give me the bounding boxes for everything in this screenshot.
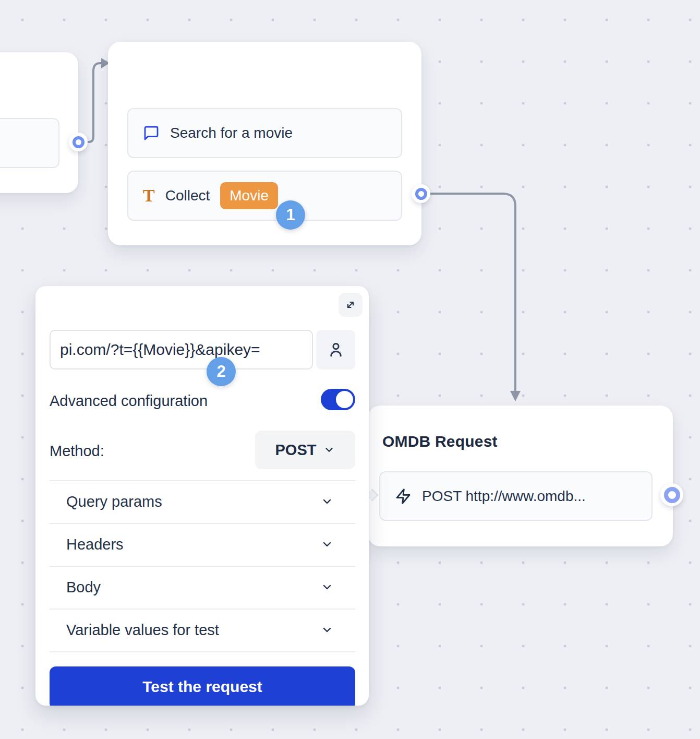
divider <box>50 651 355 652</box>
chevron-down-icon <box>321 495 333 508</box>
variable-chip-movie[interactable]: Movie <box>220 182 278 209</box>
partial-node-item[interactable] <box>0 118 59 168</box>
chevron-down-icon <box>321 538 333 551</box>
expand-icon <box>344 299 357 311</box>
method-value: POST <box>275 442 317 459</box>
section-query-params[interactable]: Query params <box>50 481 355 522</box>
advanced-configuration-toggle[interactable] <box>321 389 355 410</box>
advanced-configuration-label: Advanced configuration <box>50 392 208 410</box>
method-label: Method: <box>50 443 104 460</box>
step-badge-2: 2 <box>207 357 236 386</box>
method-dropdown[interactable]: POST <box>255 431 355 469</box>
node-item-label: POST http://www.omdb... <box>422 488 586 505</box>
test-request-button[interactable]: Test the request <box>50 666 355 706</box>
output-port-movie-search[interactable] <box>412 184 430 203</box>
output-port-left-card[interactable] <box>69 133 88 151</box>
section-label: Query params <box>66 493 162 510</box>
partial-node-card[interactable] <box>0 52 78 193</box>
chevron-down-icon <box>321 624 333 636</box>
connector-left-to-movie <box>87 63 101 142</box>
expand-button[interactable] <box>339 293 363 317</box>
section-label: Body <box>66 579 101 596</box>
toggle-knob <box>336 391 353 408</box>
connector-omdb-arrowhead <box>510 391 521 401</box>
section-headers[interactable]: Headers <box>50 523 355 565</box>
section-label: Variable values for test <box>66 622 219 639</box>
node-item-search-for-movie[interactable]: Search for a movie <box>127 108 402 158</box>
test-request-button-label: Test the request <box>142 678 262 696</box>
connector-movie-to-omdb <box>430 194 515 391</box>
text-icon: T <box>143 187 155 205</box>
node-item-omdb-post[interactable]: POST http://www.omdb... <box>379 471 653 521</box>
step-badge-1: 1 <box>276 200 305 230</box>
chat-bubble-icon <box>143 125 160 141</box>
output-port-omdb-request[interactable] <box>660 483 683 506</box>
lightning-icon <box>395 488 412 505</box>
section-body[interactable]: Body <box>50 566 355 608</box>
node-title-omdb-request: OMDB Request <box>382 433 498 450</box>
section-label: Headers <box>66 536 124 553</box>
section-variable-values[interactable]: Variable values for test <box>50 609 355 651</box>
node-item-label: Search for a movie <box>170 125 293 141</box>
person-icon <box>327 341 345 359</box>
url-input[interactable]: pi.com/?t={{Movie}}&apikey= <box>50 330 313 370</box>
webhook-config-panel: pi.com/?t={{Movie}}&apikey= Advanced con… <box>35 286 369 706</box>
node-item-label: Collect <box>165 187 210 204</box>
node-item-collect-movie[interactable]: T Collect Movie <box>127 171 402 221</box>
user-variable-button[interactable] <box>316 330 355 370</box>
chevron-down-icon <box>323 444 335 456</box>
node-card-omdb-request[interactable]: OMDB Request POST http://www.omdb... <box>368 406 673 546</box>
url-input-value: pi.com/?t={{Movie}}&apikey= <box>60 341 260 359</box>
chevron-down-icon <box>321 581 333 593</box>
node-card-movie-search[interactable]: Movie search Search for a movie T Collec… <box>108 42 421 245</box>
